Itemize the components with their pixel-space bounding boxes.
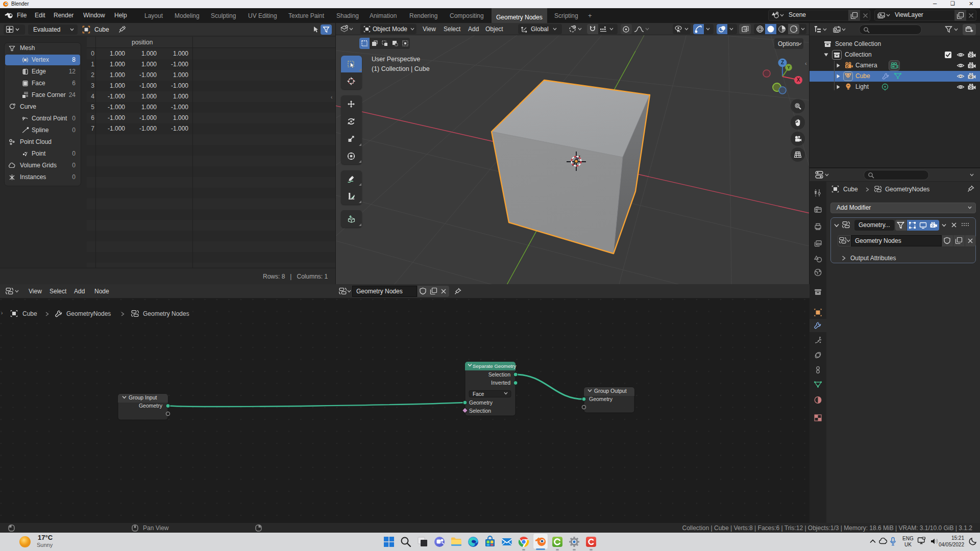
svg-text:X: X <box>797 77 800 83</box>
svg-text:Z: Z <box>781 60 784 65</box>
svg-text:Face: Face <box>473 391 484 397</box>
svg-text:Group Output: Group Output <box>594 388 627 394</box>
svg-text:Geometry: Geometry <box>139 403 163 409</box>
svg-text:Y: Y <box>787 65 790 70</box>
svg-text:Selection: Selection <box>469 408 491 414</box>
svg-text:Separate Geometry: Separate Geometry <box>473 363 517 369</box>
svg-text:Inverted: Inverted <box>491 380 510 386</box>
svg-text:Geometry: Geometry <box>589 396 613 402</box>
svg-text:Geometry: Geometry <box>469 399 493 406</box>
svg-text:Group Input: Group Input <box>129 394 157 400</box>
svg-text:Selection: Selection <box>488 371 510 378</box>
